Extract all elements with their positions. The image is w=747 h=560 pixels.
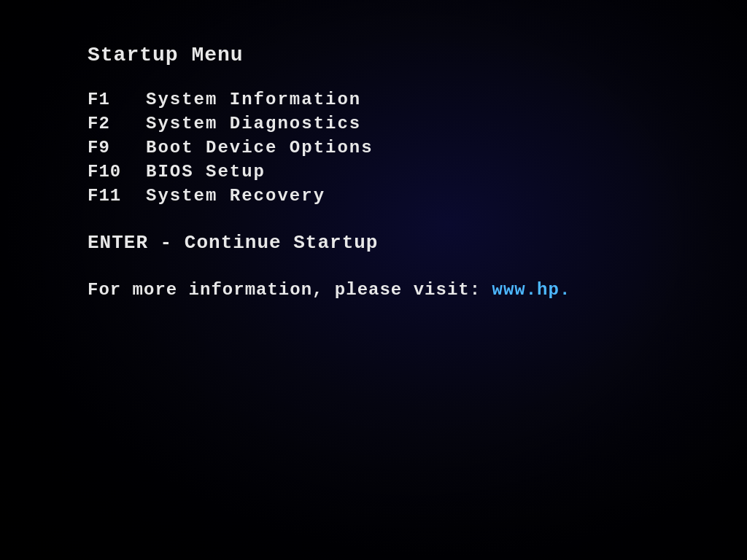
key-f9: F9 (88, 138, 146, 158)
key-f10: F10 (88, 162, 146, 182)
info-text: For more information, please visit: (88, 280, 481, 300)
desc-f10: BIOS Setup (146, 162, 266, 182)
key-f1: F1 (88, 90, 146, 109)
desc-f2: System Diagnostics (146, 114, 361, 133)
menu-row-f10: F10 BIOS Setup (88, 162, 689, 182)
menu-title: Startup Menu (88, 44, 689, 66)
menu-row-f2: F2 System Diagnostics (88, 114, 689, 133)
menu-content: Startup Menu F1 System Information F2 Sy… (88, 44, 689, 300)
bios-screen: Startup Menu F1 System Information F2 Sy… (0, 0, 747, 560)
menu-row-f1: F1 System Information (88, 90, 689, 109)
desc-f1: System Information (146, 90, 361, 109)
info-link: www.hp. (492, 280, 571, 300)
info-row: For more information, please visit: www.… (88, 280, 689, 300)
desc-f9: Boot Device Options (146, 138, 374, 158)
desc-f11: System Recovery (146, 186, 325, 206)
key-f2: F2 (88, 114, 146, 133)
menu-row-f9: F9 Boot Device Options (88, 138, 689, 158)
menu-row-f11: F11 System Recovery (88, 186, 689, 206)
enter-continue-label: ENTER - Continue Startup (88, 232, 689, 254)
key-f11: F11 (88, 186, 146, 206)
menu-table: F1 System Information F2 System Diagnost… (88, 90, 689, 206)
